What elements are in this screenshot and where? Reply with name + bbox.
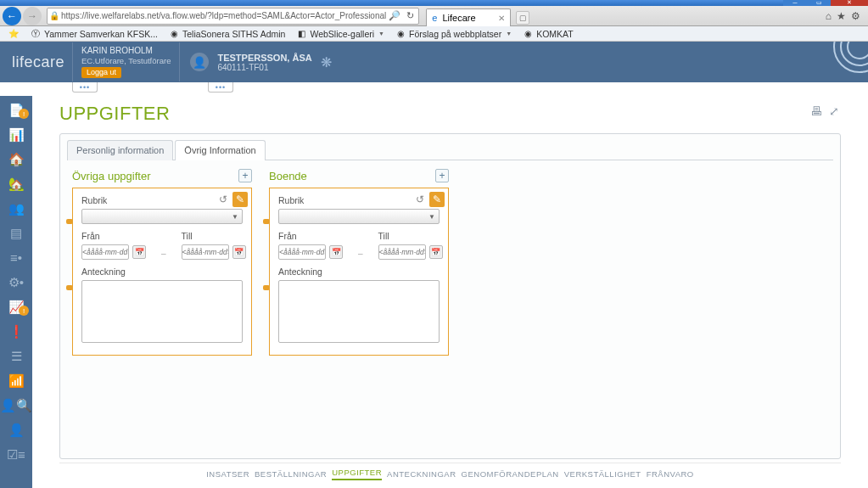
sidebar-item-house[interactable]: 🏠	[0, 147, 32, 171]
sidebar-item-person[interactable]: 👥	[0, 196, 32, 221]
footer-link[interactable]: BESTÄLLNINGAR	[255, 469, 327, 479]
svg-point-2	[848, 42, 868, 59]
patient-info: 👤 TESTPERSSON, ÅSA 640111-TF01 ❋	[180, 53, 341, 72]
patient-avatar-icon: 👤	[190, 53, 209, 71]
new-tab-button[interactable]: ▢	[516, 11, 529, 25]
sidebar-item-org[interactable]: ≡•	[0, 245, 32, 270]
app-header: lifecare KARIN BROHOLM EC.Utförare, Test…	[0, 42, 868, 82]
footer-link[interactable]: VERKSTÄLLIGHET	[564, 469, 641, 479]
flag-icon	[66, 285, 73, 290]
favorites-bar: ⭐ ⓎYammer Samverkan KFSK... ◉TeliaSonera…	[0, 26, 868, 42]
sidebar-item-house-alt[interactable]: 🏡	[0, 171, 32, 196]
sidebar-item-alert[interactable]: ❗	[0, 319, 32, 344]
overflow-row: ••• •••	[0, 82, 868, 96]
browser-home-icon[interactable]: ⌂	[826, 10, 832, 22]
tab-close-icon[interactable]: ✕	[498, 14, 505, 23]
favorite-link[interactable]: ◉TeliaSonera SITHS Admin	[165, 27, 288, 41]
refresh-icon[interactable]: ↻	[403, 10, 417, 21]
footer-link[interactable]: FRÅNVARO	[647, 469, 694, 479]
nav-back-button[interactable]: ←	[3, 7, 21, 25]
address-bar[interactable]: 🔒 https://live.welfarelabs.net/va.flow.w…	[47, 8, 419, 25]
svg-point-1	[841, 42, 868, 65]
footer-link[interactable]: ANTECKNINGAR	[387, 469, 456, 479]
undo-icon[interactable]: ↺	[412, 192, 428, 207]
sidebar-item-dashboard[interactable]: 📊	[0, 122, 32, 147]
window-minimize[interactable]: ─	[783, 0, 807, 6]
browser-tab[interactable]: e Lifecare ✕	[426, 8, 511, 26]
sidebar-item-gear[interactable]: ⚙•	[0, 270, 32, 294]
card: ↺ ✎ Rubrik ▼ Från 📅 – Till	[269, 188, 449, 356]
window-close[interactable]: ✕	[831, 0, 868, 6]
patient-name: TESTPERSSON, ÅSA	[217, 53, 311, 63]
favorite-link[interactable]: ◉KOMKAT	[519, 27, 576, 41]
user-info: KARIN BROHOLM EC.Utförare, Testutförare …	[72, 42, 180, 81]
corner-decoration	[817, 42, 868, 82]
main-area: UPPGIFTER 🖶 ⤢ Personlig information Övri…	[32, 96, 868, 488]
page-title: UPPGIFTER	[59, 103, 841, 125]
tab-set: Personlig information Övrig Information	[67, 139, 833, 160]
favorite-link[interactable]: ◉Förslag på webbplatser▼	[392, 27, 514, 41]
card-add-button[interactable]: +	[238, 169, 252, 182]
favorite-link[interactable]: ◧WebSlice-galleri▼	[293, 27, 387, 41]
note-textarea[interactable]	[278, 280, 440, 343]
calendar-icon[interactable]: 📅	[329, 245, 343, 259]
calendar-icon[interactable]: 📅	[429, 245, 443, 259]
note-label: Anteckning	[278, 266, 440, 277]
to-label: Till	[378, 231, 443, 241]
patient-id: 640111-TF01	[217, 63, 311, 72]
card: ↺ ✎ Rubrik ▼ Från 📅 – Till	[72, 188, 252, 356]
favorite-link[interactable]: ⓎYammer Samverkan KFSK...	[27, 27, 160, 41]
to-date-input[interactable]	[182, 244, 229, 260]
footer-link[interactable]: UPPGIFTER	[332, 468, 382, 480]
from-date-input[interactable]	[278, 244, 326, 260]
sidebar-item-stats[interactable]: 📶	[0, 368, 32, 393]
patient-overflow-button[interactable]: •••	[208, 82, 233, 93]
lock-icon: 🔒	[48, 11, 61, 20]
user-role: EC.Utförare, Testutförare	[81, 56, 171, 65]
logout-button[interactable]: Logga ut	[81, 67, 121, 78]
browser-gear-icon[interactable]: ⚙	[851, 10, 860, 22]
user-overflow-button[interactable]: •••	[72, 82, 98, 93]
sidebar-item-chart[interactable]: 📈!	[0, 294, 32, 319]
sidebar-item-list[interactable]: ▤	[0, 221, 32, 245]
footer-link[interactable]: INSATSER	[206, 469, 249, 479]
favorites-add-icon[interactable]: ⭐	[5, 27, 22, 41]
footer-link[interactable]: GENOMFÖRANDEPLAN	[462, 469, 559, 479]
rubrik-dropdown[interactable]: ▼	[81, 209, 243, 224]
flower-icon: ❋	[321, 54, 332, 70]
card-title: Övriga uppgifter	[72, 170, 238, 182]
print-icon[interactable]: 🖶	[810, 104, 822, 118]
sidebar-item-lines[interactable]: ☰	[0, 344, 32, 368]
from-date-input[interactable]	[81, 244, 129, 260]
sidebar-item-profile[interactable]: 👤	[0, 418, 32, 442]
tab-other-info[interactable]: Övrig Information	[175, 140, 265, 160]
content-panel: Personlig information Övrig Information …	[59, 133, 841, 459]
sidebar-item-checklist[interactable]: ☑≡	[0, 442, 32, 467]
tab-personal-info[interactable]: Personlig information	[67, 140, 173, 160]
calendar-icon[interactable]: 📅	[132, 245, 146, 259]
undo-icon[interactable]: ↺	[216, 192, 231, 207]
to-date-input[interactable]	[378, 244, 426, 260]
from-label: Från	[81, 231, 146, 241]
sidebar-item-search-user[interactable]: 👤🔍	[0, 393, 32, 418]
nav-forward-button[interactable]: →	[23, 7, 42, 25]
note-textarea[interactable]	[81, 280, 243, 343]
brand-logo: lifecare	[0, 53, 72, 71]
card-add-button[interactable]: +	[435, 169, 449, 182]
sidebar-item-doc[interactable]: 📄!	[0, 98, 32, 122]
note-label: Anteckning	[81, 266, 243, 277]
ie-icon: e	[432, 13, 437, 23]
flag-icon	[66, 219, 73, 224]
window-maximize[interactable]: ▭	[807, 0, 831, 6]
tab-title: Lifecare	[442, 13, 475, 23]
sidebar: 📄! 📊 🏠 🏡 👥 ▤ ≡• ⚙• 📈! ❗ ☰ 📶 👤🔍 👤 ☑≡	[0, 96, 32, 488]
expand-icon[interactable]: ⤢	[829, 104, 839, 118]
edit-icon[interactable]: ✎	[232, 192, 248, 207]
from-label: Från	[278, 231, 343, 241]
search-dropdown-icon[interactable]: 🔎	[388, 10, 401, 21]
browser-star-icon[interactable]: ★	[837, 10, 846, 22]
user-name: KARIN BROHOLM	[81, 46, 171, 56]
calendar-icon[interactable]: 📅	[232, 245, 246, 259]
edit-icon[interactable]: ✎	[429, 192, 445, 207]
rubrik-dropdown[interactable]: ▼	[278, 209, 440, 224]
